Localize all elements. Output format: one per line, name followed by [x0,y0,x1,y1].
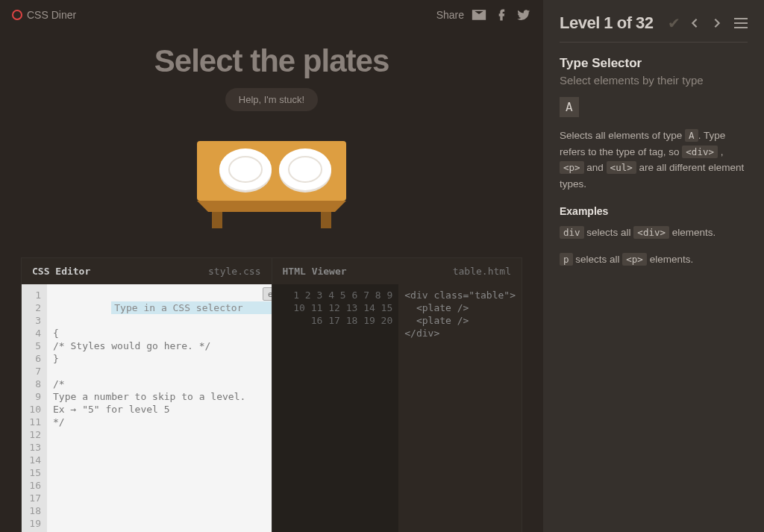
css-filename: style.css [208,266,260,277]
menu-icon[interactable] [734,18,748,28]
twitter-icon[interactable] [516,7,531,22]
example-1: div selects all <div> elements. [560,225,748,241]
css-code[interactable]: Type in a CSS selector enter { /* Styles… [47,284,272,532]
selector-explain: Selects all elements of type A. Type ref… [560,128,748,192]
brand-text: CSS Diner [27,9,76,21]
enter-button[interactable]: enter [263,287,271,301]
html-gutter: 1 2 3 4 5 6 7 8 9 10 11 12 13 14 15 16 1… [272,284,399,532]
selector-desc: Select elements by their type [560,74,748,87]
next-level-button[interactable] [709,15,725,31]
css-input[interactable]: Type in a CSS selector [111,301,271,314]
instruction-title: Select the plates [0,43,543,79]
help-button[interactable]: Help, I'm stuck! [225,88,318,111]
table-scene [0,126,543,238]
editor: CSS Editor style.css 1 2 3 4 5 6 7 8 9 1… [21,257,522,532]
svg-point-5 [219,148,272,190]
html-code: <div class="table"> <plate /> <plate /> … [398,284,522,532]
html-viewer: HTML Viewer table.html 1 2 3 4 5 6 7 8 9… [272,258,522,532]
examples-heading: Examples [560,205,748,217]
share-group: Share [436,7,531,22]
css-heading: CSS Editor [32,266,90,277]
top-bar: CSS Diner Share [0,0,543,30]
svg-marker-0 [197,201,346,212]
css-body: { /* Styles would go here. */ } /* Type … [53,328,245,428]
html-heading: HTML Viewer [283,266,347,277]
css-gutter: 1 2 3 4 5 6 7 8 9 10 11 12 13 14 15 16 1… [22,284,47,532]
svg-rect-2 [212,212,222,228]
check-icon: ✔ [668,14,680,32]
level-header: Level 1 of 32 ✔ [560,13,748,43]
selector-name: Type Selector [560,56,748,71]
brand[interactable]: CSS Diner [12,9,76,21]
sidebar: Level 1 of 32 ✔ Type Selector Select ele… [543,0,764,532]
selector-syntax: A [560,97,579,117]
share-label: Share [436,9,464,21]
main-pane: CSS Diner Share Select the plates Help, … [0,0,543,532]
brand-icon [12,10,22,20]
prev-level-button[interactable] [686,15,703,31]
facebook-icon[interactable] [494,7,509,22]
html-filename: table.html [453,266,511,277]
css-editor: CSS Editor style.css 1 2 3 4 5 6 7 8 9 1… [22,258,272,532]
svg-point-8 [279,148,331,190]
example-2: p selects all <p> elements. [560,251,748,268]
level-title: Level 1 of 32 [560,13,659,33]
mail-icon[interactable] [472,7,486,22]
svg-rect-3 [321,212,331,228]
